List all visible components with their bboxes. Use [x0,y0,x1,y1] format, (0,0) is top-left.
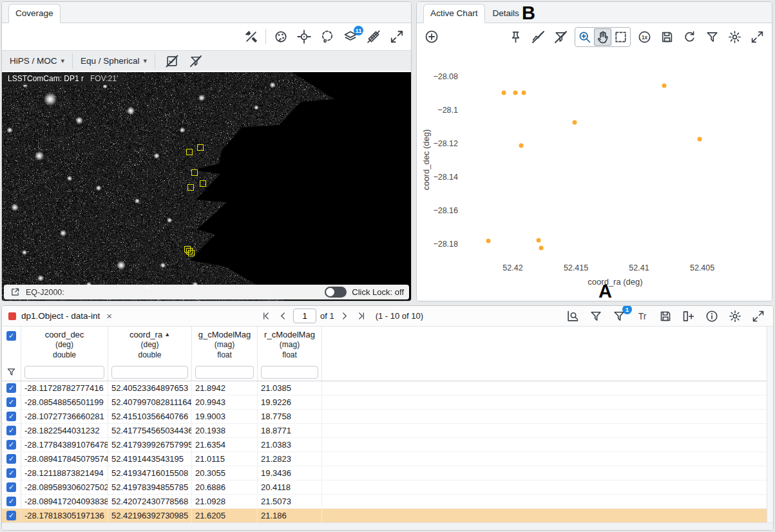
tab-details[interactable]: Details [486,5,526,23]
table-row[interactable]: ✓-28.1172878277741652.4052336489765321.8… [2,381,767,395]
pan-icon[interactable] [594,28,611,46]
row-checkbox[interactable]: ✓ [6,497,16,506]
prev-page-button[interactable] [276,310,289,323]
source-marker[interactable] [197,144,204,151]
pin-icon[interactable] [507,28,524,46]
settings-icon[interactable] [726,307,743,325]
source-marker[interactable] [186,149,193,155]
lasso-icon[interactable] [318,28,336,46]
layers-icon[interactable]: 11 [341,28,359,46]
table-row[interactable]: ✓-28.182254403123252.41775456503443620.1… [2,424,767,438]
scatter-point[interactable] [519,144,523,148]
unfilter-icon[interactable] [552,28,569,46]
last-page-button[interactable] [355,310,368,323]
save-icon[interactable] [656,307,674,325]
add-chart-icon[interactable] [423,28,440,46]
column-header-coord_dec[interactable]: coord_dec(deg)double [21,327,108,363]
row-checkbox[interactable]: ✓ [6,468,16,478]
first-page-button[interactable] [260,310,273,323]
divider [72,53,73,69]
row-checkbox[interactable]: ✓ [6,397,16,407]
filter-input-coord_dec[interactable] [24,366,104,379]
column-header-r_cModelMag[interactable]: r_cModelMag(mag)float [258,327,322,363]
row-checkbox[interactable]: ✓ [6,482,16,492]
row-checkbox[interactable]: ✓ [6,454,16,464]
scatter-point[interactable] [539,245,544,250]
add-column-icon[interactable] [680,307,697,325]
tab-active-chart[interactable]: Active Chart [423,4,485,23]
scatter-point[interactable] [513,90,518,95]
chart-area[interactable]: coord_dec (deg) coord_ra (deg) A −28.08−… [417,50,772,301]
clear-filter-icon[interactable]: 1 [610,307,627,325]
table-row[interactable]: ✓-28.1072773666028152.4151035664076619.9… [2,410,767,424]
zoom-1x-icon[interactable]: 1x [636,28,653,46]
table-row[interactable]: ✓-28.1211887382149452.4193471601550820.3… [2,466,767,480]
page-input[interactable] [293,309,316,323]
filter-gutter-icon[interactable] [2,363,21,381]
horizontal-scrollbar[interactable] [2,522,773,530]
open-new-icon[interactable] [9,287,21,298]
source-marker[interactable] [200,180,206,187]
table-row[interactable]: ✓-28.0854885650119952.40799708281116420.… [2,395,767,410]
row-checkbox[interactable]: ✓ [6,383,16,393]
palette-icon[interactable] [272,28,289,46]
hips-moc-dropdown[interactable]: HiPS / MOC ▾ [10,56,64,66]
restore-icon[interactable] [681,28,698,46]
funnel-icon[interactable] [703,28,721,46]
info-icon[interactable] [703,307,720,325]
expand-icon[interactable] [749,307,767,325]
show-chart-icon[interactable] [564,307,581,325]
save-icon[interactable] [658,28,676,46]
settings-icon[interactable] [726,28,743,46]
table-cell: 21.0385 [258,381,322,395]
vertical-scrollbar[interactable] [767,327,773,522]
source-marker[interactable] [187,184,194,191]
text-view-icon[interactable]: Tr [633,307,651,325]
recenter-icon[interactable] [295,28,312,46]
table-row[interactable]: ✓-28.08958930602750252.4197839485578520.… [2,480,767,495]
row-checkbox[interactable]: ✓ [6,440,16,450]
source-marker[interactable] [191,169,198,176]
source-marker[interactable] [186,248,193,254]
row-checkbox[interactable]: ✓ [6,412,16,421]
funnel-icon[interactable] [587,307,604,325]
table-row[interactable]: ✓-28.1781830519713652.4219639273098521.6… [2,509,767,522]
unselect-icon[interactable] [163,52,180,70]
table-row[interactable]: ✓-28.08941784507957452.419144354319521.0… [2,452,767,466]
tab-coverage[interactable]: Coverage [8,4,61,23]
scatter-point[interactable] [486,239,490,243]
trace-off-icon[interactable] [530,28,547,46]
scatter-point[interactable] [521,90,526,95]
click-lock-toggle[interactable] [325,287,347,298]
scatter-point[interactable] [662,84,667,88]
column-header-coord_ra[interactable]: coord_ra▲(deg)double [108,327,192,363]
unfilter-icon[interactable] [187,52,204,70]
next-page-button[interactable] [338,310,351,323]
scatter-plot[interactable] [463,62,767,258]
filter-input-coord_ra[interactable] [111,366,188,379]
zoom-in-icon[interactable] [576,28,593,46]
box-select-icon[interactable] [612,28,629,46]
scatter-point[interactable] [501,90,506,95]
table-close-button[interactable]: × [106,310,112,321]
column-header-g_cModelMag[interactable]: g_cModelMag(mag)float [192,327,258,363]
page-of-label: of 1 [320,311,334,321]
row-checkbox[interactable]: ✓ [6,511,16,520]
measure-off-icon[interactable] [365,28,382,46]
filter-input-r_cModelMag[interactable] [261,366,318,379]
projection-dropdown[interactable]: Equ / Spherical ▾ [81,56,147,66]
sky-canvas[interactable] [2,72,411,301]
scatter-point[interactable] [537,238,541,243]
tools-icon[interactable] [242,28,260,46]
scatter-point[interactable] [573,120,577,124]
table-row[interactable]: ✓-28.17784389107647852.41793992675799521… [2,438,767,452]
expand-icon[interactable] [749,28,766,46]
select-all-checkbox[interactable]: ✓ [6,331,16,341]
x-tick-label: 52.42 [502,263,522,272]
sky-image-viewer[interactable]: LSSTComCam: DP1 rFOV:21' EQ-J2000: Click… [2,72,411,301]
scatter-point[interactable] [697,137,702,142]
filter-input-g_cModelMag[interactable] [195,366,254,379]
row-checkbox[interactable]: ✓ [6,426,16,435]
table-row[interactable]: ✓-28.08941720409383852.4207243077856821.… [2,495,767,509]
expand-icon[interactable] [388,28,405,46]
